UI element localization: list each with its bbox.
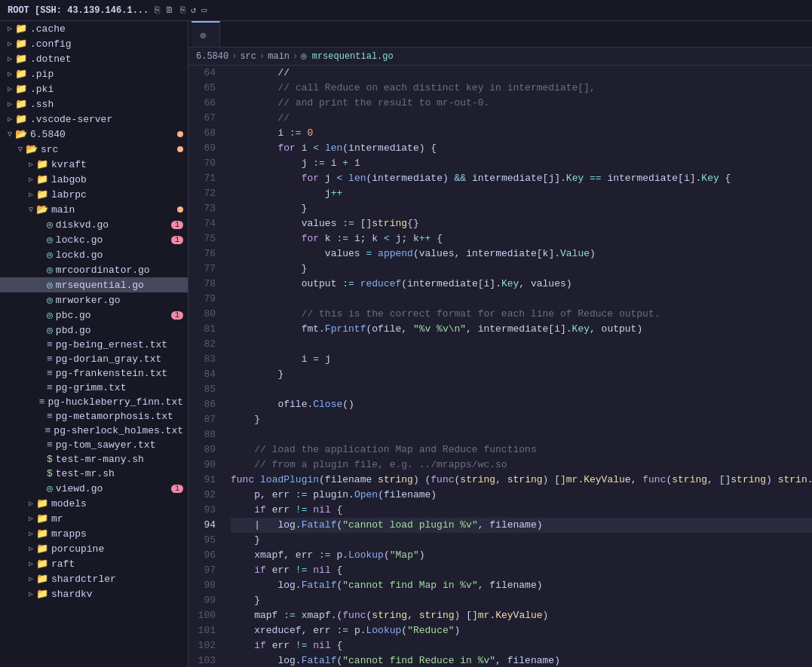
item-label: viewd.go bbox=[56, 483, 103, 494]
sidebar-item-mrworkergo[interactable]: ◎ mrworker.go bbox=[0, 292, 188, 307]
hostname-label: ROOT [SSH: 43.139.146.1... bbox=[8, 5, 149, 16]
file-icon: ≡ bbox=[45, 425, 51, 436]
sidebar-item-65840[interactable]: ▽📂 6.5840 bbox=[0, 127, 188, 142]
file-icon: 📁 bbox=[36, 573, 48, 585]
sidebar-item-ssh[interactable]: ▷📁 .ssh bbox=[0, 96, 188, 112]
arrow-icon: ▷ bbox=[5, 24, 15, 33]
sidebar-item-pg-tom_sawyertxt[interactable]: ≡ pg-tom_sawyer.txt bbox=[0, 438, 188, 452]
sidebar-item-test-mrsh[interactable]: $ test-mr.sh bbox=[0, 467, 188, 481]
sidebar-item-cache[interactable]: ▷📁 .cache bbox=[0, 21, 188, 36]
code-line: } bbox=[231, 367, 812, 382]
line-number: 82 bbox=[195, 337, 216, 352]
code-line: values = append(values, intermediate[k].… bbox=[231, 246, 812, 262]
sidebar-item-pg-being_ernesttxt[interactable]: ≡ pg-being_ernest.txt bbox=[0, 338, 188, 352]
sidebar-item-main[interactable]: ▽📂 main bbox=[0, 202, 188, 217]
sidebar-item-pip[interactable]: ▷📁 .pip bbox=[0, 66, 188, 81]
item-label: kvraft bbox=[51, 159, 87, 170]
code-line: // this is the correct format for each l… bbox=[231, 307, 812, 322]
crumb-file[interactable]: ◎ mrsequential.go bbox=[301, 50, 393, 62]
code-line: // load the application Map and Reduce f… bbox=[231, 442, 812, 457]
sidebar-item-porcupine[interactable]: ▷📁 porcupine bbox=[0, 541, 188, 556]
line-number: 69 bbox=[195, 141, 216, 156]
sidebar-item-models[interactable]: ▷📁 models bbox=[0, 496, 188, 511]
code-line: } bbox=[231, 201, 812, 216]
item-label: pg-grimm.txt bbox=[56, 382, 127, 393]
item-label: pg-metamorphosis.txt bbox=[56, 411, 173, 422]
sidebar-item-pg-grimmtxt[interactable]: ≡ pg-grimm.txt bbox=[0, 381, 188, 395]
line-number: 65 bbox=[195, 81, 216, 96]
item-label: shardctrler bbox=[51, 574, 116, 585]
code-line: } bbox=[231, 533, 812, 548]
file-icon: ◎ bbox=[47, 482, 53, 494]
line-number: 84 bbox=[195, 367, 216, 382]
file-icon: ◎ bbox=[47, 294, 53, 306]
sidebar-item-pg-dorian_graytxt[interactable]: ≡ pg-dorian_gray.txt bbox=[0, 352, 188, 366]
sidebar-item-labrpc[interactable]: ▷📁 labrpc bbox=[0, 187, 188, 202]
code-container[interactable]: 6465666768697071727374757677787980818283… bbox=[188, 66, 812, 667]
file-icon: 📁 bbox=[15, 113, 27, 125]
error-badge: 1 bbox=[171, 311, 183, 320]
code-line: output := reducef(intermediate[i].Key, v… bbox=[231, 277, 812, 292]
line-number: 101 bbox=[195, 623, 216, 638]
sidebar-item-pg-metamorphosistxt[interactable]: ≡ pg-metamorphosis.txt bbox=[0, 409, 188, 424]
item-label: diskvd.go bbox=[56, 219, 109, 231]
file-icon: ◎ bbox=[47, 309, 53, 321]
sidebar-item-lockcgo[interactable]: ◎ lockc.go1 bbox=[0, 232, 188, 247]
line-number: 71 bbox=[195, 171, 216, 186]
line-number: 97 bbox=[195, 563, 216, 578]
file-icon: ◎ bbox=[47, 264, 53, 276]
sidebar-item-mr[interactable]: ▷📁 mr bbox=[0, 511, 188, 526]
sidebar-item-diskvdgo[interactable]: ◎ diskvd.go1 bbox=[0, 217, 188, 232]
code-line bbox=[231, 292, 812, 307]
file-icon: 📁 bbox=[36, 543, 48, 555]
sidebar-item-dotnet[interactable]: ▷📁 .dotnet bbox=[0, 51, 188, 66]
code-line: // call Reduce on each distinct key in i… bbox=[231, 81, 812, 96]
crumb-1[interactable]: 6.5840 bbox=[196, 51, 228, 62]
sidebar-item-pki[interactable]: ▷📁 .pki bbox=[0, 81, 188, 96]
sidebar-item-lockdgo[interactable]: ◎ lockd.go bbox=[0, 247, 188, 262]
sidebar-item-mrsequentialgo[interactable]: ◎ mrsequential.go bbox=[0, 277, 188, 292]
sidebar-item-pbcgo[interactable]: ◎ pbc.go1 bbox=[0, 307, 188, 323]
line-number: 99 bbox=[195, 593, 216, 608]
sidebar-item-mrapps[interactable]: ▷📁 mrapps bbox=[0, 526, 188, 541]
file-icon: ≡ bbox=[39, 396, 45, 408]
sidebar-item-raft[interactable]: ▷📁 raft bbox=[0, 556, 188, 571]
item-label: .pip bbox=[30, 69, 54, 80]
sidebar-item-shardctrler[interactable]: ▷📁 shardctrler bbox=[0, 571, 188, 586]
item-label: src bbox=[41, 144, 58, 155]
sidebar-item-vscode-server[interactable]: ▷📁 .vscode-server bbox=[0, 112, 188, 127]
tab-file-icon: ◎ bbox=[201, 30, 206, 40]
sidebar-item-labgob[interactable]: ▷📁 labgob bbox=[0, 172, 188, 187]
item-label: pg-tom_sawyer.txt bbox=[56, 439, 156, 451]
item-label: mrsequential.go bbox=[56, 280, 144, 291]
sidebar-item-mrcoordinatorgo[interactable]: ◎ mrcoordinator.go bbox=[0, 262, 188, 277]
sidebar-item-pg-huckleberry_finntxt[interactable]: ≡ pg-huckleberry_finn.txt bbox=[0, 395, 188, 409]
sidebar-item-pg-frankensteintxt[interactable]: ≡ pg-frankenstein.txt bbox=[0, 366, 188, 381]
line-number: 102 bbox=[195, 638, 216, 653]
item-label: labrpc bbox=[51, 189, 87, 200]
tab-mrsequential[interactable]: ◎ bbox=[192, 21, 220, 47]
sidebar-item-pbdgo[interactable]: ◎ pbd.go bbox=[0, 323, 188, 338]
file-icon: 📁 bbox=[15, 23, 27, 35]
sidebar-item-shardkv[interactable]: ▷📁 shardkv bbox=[0, 586, 188, 601]
modified-dot bbox=[177, 146, 183, 152]
line-number: 80 bbox=[195, 307, 216, 322]
file-icon: ◎ bbox=[47, 249, 53, 261]
file-icon: 📁 bbox=[36, 188, 48, 200]
code-line: // bbox=[231, 111, 812, 126]
code-line: i = j bbox=[231, 352, 812, 367]
sidebar-item-config[interactable]: ▷📁 .config bbox=[0, 36, 188, 51]
crumb-3[interactable]: main bbox=[268, 51, 290, 62]
file-icon: ◎ bbox=[47, 219, 53, 231]
crumb-2[interactable]: src bbox=[240, 51, 256, 62]
code-line: ofile.Close() bbox=[231, 397, 812, 412]
sidebar-item-src[interactable]: ▽📂 src bbox=[0, 142, 188, 157]
file-icon: ≡ bbox=[47, 382, 53, 393]
sidebar-item-viewdgo[interactable]: ◎ viewd.go1 bbox=[0, 481, 188, 496]
arrow-icon: ▷ bbox=[26, 544, 36, 553]
sidebar-item-kvraft[interactable]: ▷📁 kvraft bbox=[0, 157, 188, 172]
sidebar-item-pg-sherlock_holmestxt[interactable]: ≡ pg-sherlock_holmes.txt bbox=[0, 424, 188, 438]
sidebar-item-test-mr-manysh[interactable]: $ test-mr-many.sh bbox=[0, 452, 188, 467]
line-number: 67 bbox=[195, 111, 216, 126]
code-line: mapf := xmapf.(func(string, string) []mr… bbox=[231, 608, 812, 623]
